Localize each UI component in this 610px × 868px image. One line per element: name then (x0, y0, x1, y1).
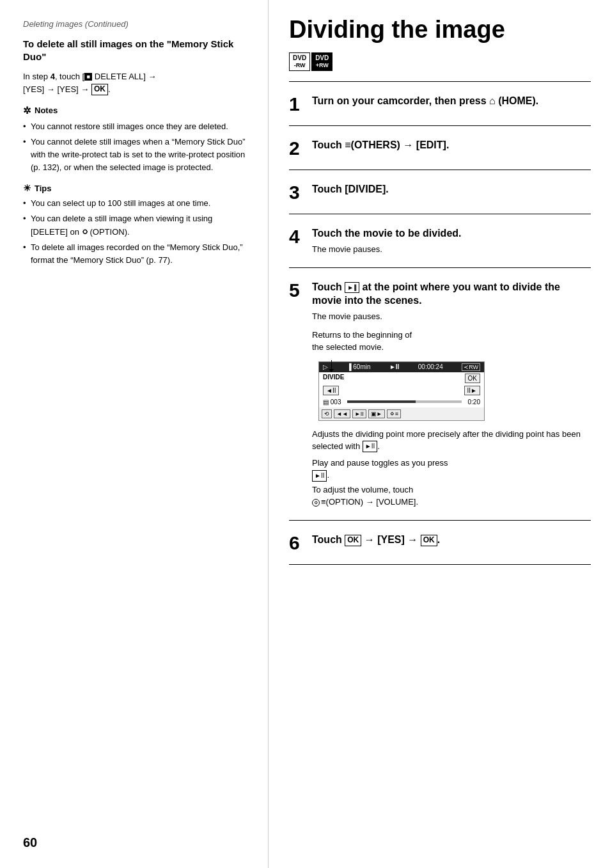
ctrl-option[interactable]: ⭘≡ (387, 409, 401, 418)
ok-box-3: OK (421, 535, 437, 546)
tips-heading: ☀ Tips (23, 183, 250, 193)
note-item: You cannot delete still images when a “M… (23, 136, 250, 174)
screen-play-icon: ▷ (323, 363, 328, 370)
step-5-row: 5 Touch ►‖ at the point where you want t… (289, 274, 591, 514)
notes-heading: ✲ Notes (23, 105, 250, 116)
step-4-sub: The movie pauses. (312, 243, 591, 256)
step-1-row: 1 Turn on your camcorder, then press ⌂ (… (289, 88, 591, 119)
step-3: 3 Touch [DIVIDE]. (289, 177, 591, 207)
tip-item: You can select up to 100 still images at… (23, 197, 250, 210)
step-2: 2 Touch ≡(OTHERS) → [EDIT]. (289, 132, 591, 163)
screen-progress-fill (347, 400, 416, 403)
screen-progress-bar (347, 400, 461, 403)
ok-box-2: OK (345, 535, 361, 546)
tip-item: You can delete a still image when viewin… (23, 212, 250, 238)
step-3-content: Touch [DIVIDE]. (312, 183, 591, 196)
ctrl-next[interactable]: ▣► (368, 409, 385, 418)
screen-duration: 0:20 (468, 398, 480, 406)
screen-top-bar: ▷ ▐ 60min ►II 00:00:24 ≺RW (319, 362, 484, 372)
dvd-rw-badge: DVD -RW (289, 52, 310, 71)
screen-fwd-btn: II► (464, 386, 480, 395)
screen-divide-label: DIVIDE (323, 374, 344, 383)
notes-icon: ✲ (23, 105, 31, 116)
screen-progress-row: ▤ 003 0:20 (319, 397, 484, 407)
step-2-number: 2 (289, 139, 307, 158)
step-5-text: Touch ►‖ at the point where you want to … (312, 281, 591, 308)
tip-item: To delete all images recorded on the “Me… (23, 241, 250, 267)
ctrl-play-pause[interactable]: ►II (352, 409, 366, 418)
screen-back-btn: ◄II (323, 386, 339, 395)
step-2-text: Touch ≡(OTHERS) → [EDIT]. (312, 139, 591, 152)
dvd-badges: DVD -RW DVD +RW (289, 52, 591, 71)
divider-6 (289, 564, 591, 565)
screen-nav-row: ◄II II► (319, 384, 484, 397)
step-6-row: 6 Touch OK → [YES] → OK. (289, 527, 591, 558)
tips-icon: ☀ (23, 183, 31, 193)
step-6-content: Touch OK → [YES] → OK. (312, 533, 591, 547)
step-3-text: Touch [DIVIDE]. (312, 183, 591, 196)
step-1-number: 1 (289, 95, 307, 114)
step-1-content: Turn on your camcorder, then press ⌂ (HO… (312, 95, 591, 108)
ok-box-1: OK (91, 84, 108, 95)
screen-ok-btn: OK (465, 374, 480, 383)
screen-battery: ▐ 60min (347, 363, 370, 370)
option-ref: ⭘≡(OPTION) → [VOLUME]. (312, 496, 418, 509)
step-5-number: 5 (289, 281, 307, 300)
right-column: Dividing the image DVD -RW DVD +RW 1 Tur… (269, 0, 610, 868)
play-pause-ref-2: ►II (312, 470, 327, 482)
step-2-row: 2 Touch ≡(OTHERS) → [EDIT]. (289, 132, 591, 163)
tips-list: You can select up to 100 still images at… (23, 197, 250, 267)
step-4: 4 Touch the movie to be divided. The mov… (289, 221, 591, 261)
step-6-number: 6 (289, 533, 307, 553)
left-column: Deleting images (Continued) To delete al… (0, 0, 269, 868)
step-1: 1 Turn on your camcorder, then press ⌂ (… (289, 88, 591, 119)
subsection-heading: To delete all still images on the "Memor… (23, 38, 250, 64)
step-6-text: Touch OK → [YES] → OK. (312, 533, 591, 547)
step-5-note1: Returns to the beginning ofthe selected … (312, 329, 591, 354)
screen-rw-badge: ≺RW (462, 363, 480, 371)
step-5: 5 Touch ►‖ at the point where you want t… (289, 274, 591, 514)
step-4-text: Touch the movie to be divided. (312, 227, 591, 241)
play-pause-btn-icon: ►‖ (345, 282, 359, 293)
step-4-row: 4 Touch the movie to be divided. The mov… (289, 221, 591, 261)
divider-1 (289, 125, 591, 126)
body-text-delete-all: In step 4, touch [■ DELETE ALL] → [YES] … (23, 70, 250, 96)
divider-2 (289, 170, 591, 170)
divider-4 (289, 267, 591, 268)
screen-divide-row: DIVIDE OK (319, 372, 484, 384)
step-5-content: Touch ►‖ at the point where you want to … (312, 281, 591, 509)
screen-play-pause: ►II (389, 363, 399, 370)
step-3-number: 3 (289, 183, 307, 202)
screen-timecode: 00:00:24 (418, 363, 443, 370)
section-title: Deleting images (Continued) (23, 19, 250, 29)
step-3-row: 3 Touch [DIVIDE]. (289, 177, 591, 207)
ctrl-rewind[interactable]: ⟲ (322, 409, 332, 418)
option-circle-icon: ⭘ (312, 499, 320, 507)
page: Deleting images (Continued) To delete al… (0, 0, 610, 868)
step-6: 6 Touch OK → [YES] → OK. (289, 527, 591, 558)
note-item: You cannot restore still images once the… (23, 120, 250, 133)
step-2-content: Touch ≡(OTHERS) → [EDIT]. (312, 139, 591, 152)
step-4-number: 4 (289, 227, 307, 246)
main-title: Dividing the image (289, 17, 591, 43)
step-5-note3: Play and pause toggles as you press ►II. (312, 457, 591, 482)
screen-mockup: ▷ ▐ 60min ►II 00:00:24 ≺RW DIVIDE OK (318, 361, 485, 421)
divider-5 (289, 520, 591, 521)
step-1-text: Turn on your camcorder, then press ⌂ (HO… (312, 95, 591, 108)
screen-controls: ⟲ ◄◄ ►II ▣► ⭘≡ (319, 407, 484, 420)
step-5-sub: The movie pauses. (312, 310, 591, 323)
screen-clip-icon: ▤ 003 (323, 398, 341, 406)
divider-3 (289, 214, 591, 214)
page-number: 60 (23, 835, 37, 850)
step-5-note4: To adjust the volume, touch ⭘≡(OPTION) →… (312, 484, 591, 509)
ctrl-prev[interactable]: ◄◄ (334, 409, 350, 418)
step-4-content: Touch the movie to be divided. The movie… (312, 227, 591, 256)
play-pause-ref-1: ►II (363, 441, 377, 453)
divider-0 (289, 81, 591, 82)
dvd-plusrw-badge: DVD +RW (311, 52, 332, 71)
notes-list: You cannot restore still images once the… (23, 120, 250, 175)
step-5-note2: Adjusts the dividing point more precisel… (312, 429, 591, 453)
